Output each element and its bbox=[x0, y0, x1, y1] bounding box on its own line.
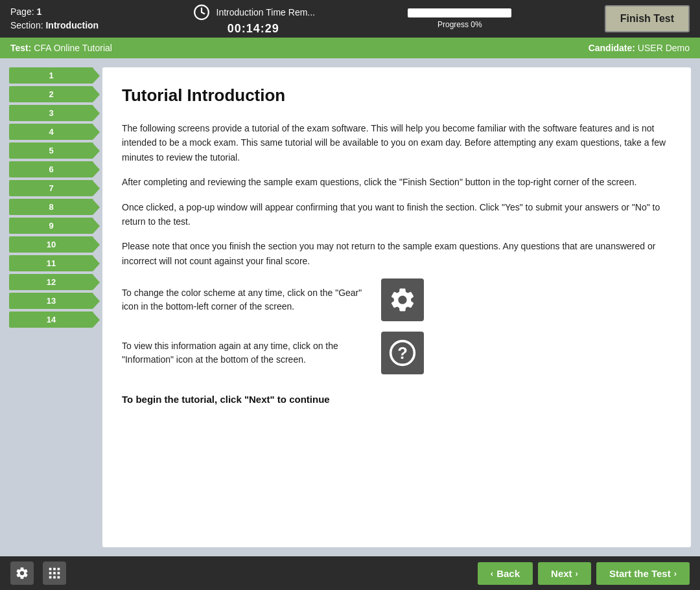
sidebar-item-10[interactable]: 10 bbox=[9, 236, 93, 253]
svg-rect-5 bbox=[49, 568, 52, 571]
header-timer-area: Introduction Time Rem... 00:14:29 bbox=[192, 3, 316, 36]
gear-footer-svg bbox=[15, 566, 29, 580]
main-area: 1234567891011121314 Tutorial Introductio… bbox=[0, 58, 700, 556]
svg-rect-9 bbox=[53, 572, 56, 574]
progress-bar bbox=[408, 8, 511, 17]
back-label: Back bbox=[496, 568, 520, 579]
header-page-section: Page: 1 Section: Introduction bbox=[10, 5, 99, 32]
finish-test-button[interactable]: Finish Test bbox=[605, 5, 690, 32]
grid-footer-icon[interactable] bbox=[43, 562, 66, 585]
svg-rect-13 bbox=[58, 576, 60, 579]
section-label: Section: bbox=[10, 20, 43, 30]
test-value: CFA Online Tutorial bbox=[34, 43, 112, 53]
header: Page: 1 Section: Introduction Introducti… bbox=[0, 0, 700, 38]
sidebar-item-13[interactable]: 13 bbox=[9, 293, 93, 309]
content-title: Tutorial Introduction bbox=[122, 85, 671, 106]
sidebar-item-1[interactable]: 1 bbox=[9, 67, 93, 84]
gear-footer-icon[interactable] bbox=[10, 562, 34, 585]
page-value: 1 bbox=[36, 6, 41, 17]
sidebar-item-2[interactable]: 2 bbox=[9, 86, 93, 102]
start-test-label: Start the Test bbox=[609, 568, 671, 579]
next-label: Next bbox=[551, 568, 572, 579]
svg-text:?: ? bbox=[397, 344, 408, 362]
start-test-button[interactable]: Start the Test › bbox=[596, 562, 690, 585]
gear-icon bbox=[388, 286, 417, 314]
gear-row: To change the color scheme at any time, … bbox=[122, 278, 671, 321]
clock-icon bbox=[192, 3, 211, 22]
candidate-label: Candidate: bbox=[589, 43, 635, 53]
sidebar-item-3[interactable]: 3 bbox=[9, 105, 93, 121]
sidebar-item-8[interactable]: 8 bbox=[9, 199, 93, 215]
timer-label: Introduction Time Rem... bbox=[216, 7, 316, 17]
footer: ‹ Back Next › Start the Test › bbox=[0, 556, 700, 590]
svg-rect-7 bbox=[58, 568, 60, 571]
test-label: Test: bbox=[10, 43, 31, 53]
content-para-2: After completing and reviewing the sampl… bbox=[122, 175, 671, 189]
sidebar-item-4[interactable]: 4 bbox=[9, 124, 93, 140]
candidate-info: Candidate: USER Demo bbox=[589, 43, 690, 53]
svg-rect-10 bbox=[58, 572, 60, 574]
sidebar-item-9[interactable]: 9 bbox=[9, 218, 93, 234]
candidate-value: USER Demo bbox=[638, 43, 690, 53]
info-text: To view this information again at any ti… bbox=[122, 339, 368, 367]
sidebar-item-12[interactable]: 12 bbox=[9, 274, 93, 290]
page-label: Page: bbox=[10, 6, 34, 17]
info-icon-box: ? bbox=[381, 332, 424, 374]
sidebar-item-5[interactable]: 5 bbox=[9, 142, 93, 159]
footer-nav-buttons: ‹ Back Next › Start the Test › bbox=[478, 562, 690, 585]
content-para-1: The following screens provide a tutorial… bbox=[122, 121, 671, 165]
grid-footer-svg bbox=[47, 566, 62, 580]
cta-text: To begin the tutorial, click "Next" to c… bbox=[122, 394, 671, 405]
sidebar-item-11[interactable]: 11 bbox=[9, 255, 93, 271]
sidebar: 1234567891011121314 bbox=[9, 67, 93, 547]
content-para-3: Once clicked, a pop-up window will appea… bbox=[122, 200, 671, 229]
test-info-bar: Test: CFA Online Tutorial Candidate: USE… bbox=[0, 38, 700, 58]
gear-text: To change the color scheme at any time, … bbox=[122, 286, 368, 313]
question-icon: ? bbox=[388, 339, 417, 367]
svg-rect-6 bbox=[53, 568, 56, 571]
svg-line-2 bbox=[202, 12, 204, 14]
content-para-4: Please note that once you finish the sec… bbox=[122, 239, 671, 268]
footer-left bbox=[10, 562, 66, 585]
header-progress: Progress 0% bbox=[408, 8, 511, 29]
back-button[interactable]: ‹ Back bbox=[478, 562, 533, 585]
gear-icon-box bbox=[381, 278, 424, 321]
timer-value: 00:14:29 bbox=[228, 22, 279, 36]
svg-rect-11 bbox=[49, 576, 52, 579]
next-button[interactable]: Next › bbox=[538, 562, 591, 585]
sidebar-item-7[interactable]: 7 bbox=[9, 180, 93, 196]
section-value: Introduction bbox=[45, 20, 99, 30]
start-test-arrow-icon: › bbox=[674, 569, 677, 578]
content-area: Tutorial Introduction The following scre… bbox=[102, 67, 691, 547]
sidebar-item-14[interactable]: 14 bbox=[9, 312, 93, 328]
sidebar-item-6[interactable]: 6 bbox=[9, 161, 93, 177]
svg-rect-12 bbox=[53, 576, 56, 579]
next-arrow-icon: › bbox=[576, 569, 578, 578]
test-name: Test: CFA Online Tutorial bbox=[10, 43, 112, 53]
svg-rect-8 bbox=[49, 572, 52, 574]
back-arrow-icon: ‹ bbox=[491, 569, 493, 578]
info-row: To view this information again at any ti… bbox=[122, 332, 671, 374]
progress-label: Progress 0% bbox=[438, 20, 482, 29]
icon-section: To change the color scheme at any time, … bbox=[122, 278, 671, 374]
